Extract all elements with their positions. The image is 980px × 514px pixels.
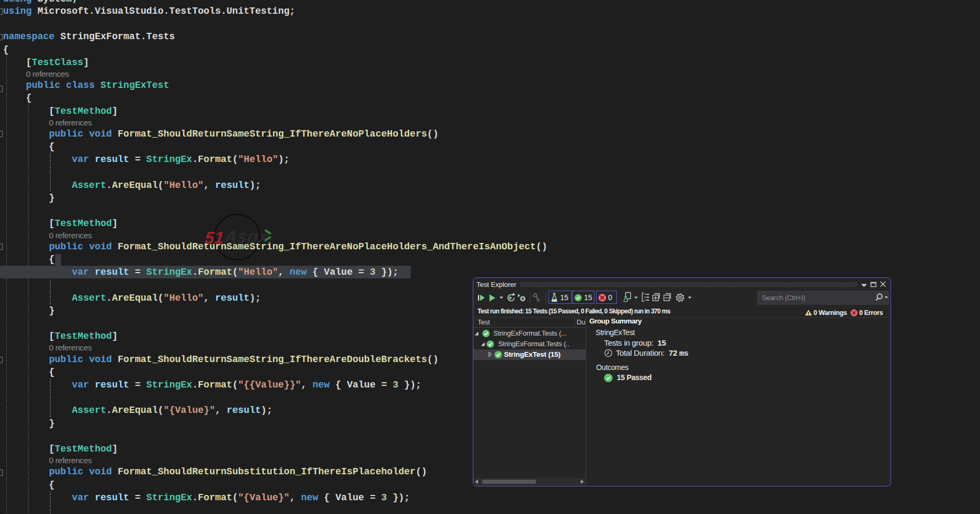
svg-text:Search (Ctrl+I): Search (Ctrl+I) — [762, 294, 805, 302]
